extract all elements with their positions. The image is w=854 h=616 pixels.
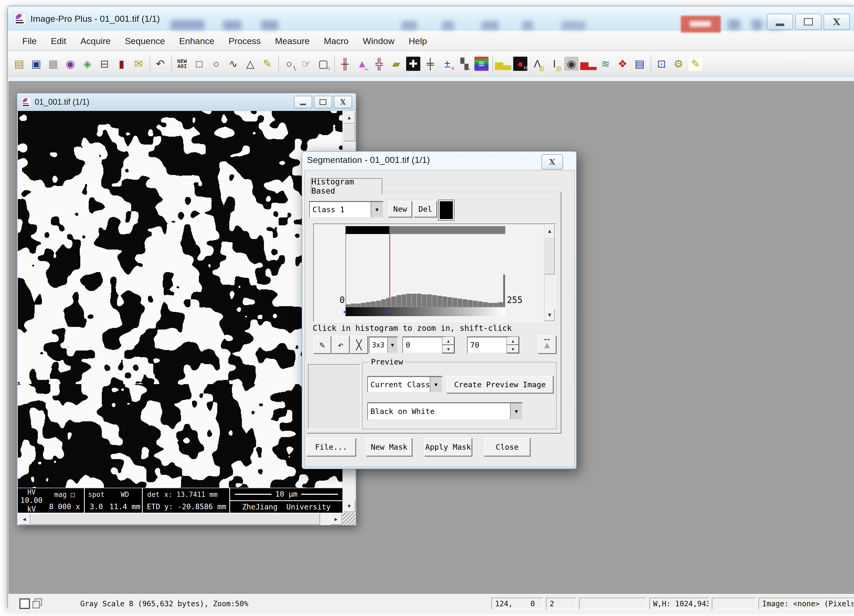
scroll-left-button[interactable]: ◄: [18, 514, 30, 525]
histogram-stretch-icon[interactable]: ▲↔: [355, 57, 369, 71]
horizontal-scrollbar[interactable]: ◄ ►: [18, 512, 343, 525]
menu-item-window[interactable]: Window: [356, 32, 402, 50]
undo-threshold-button[interactable]: ↶: [332, 336, 349, 354]
display-range-icon[interactable]: ✚: [406, 57, 420, 71]
minimize-button[interactable]: [767, 14, 793, 30]
trace-pencil-icon[interactable]: ✎: [260, 57, 274, 71]
dialog-close-action-button[interactable]: Close: [484, 438, 530, 456]
chevron-down-icon[interactable]: ▼: [371, 202, 383, 217]
histogram-icon[interactable]: ▅▃: [496, 57, 510, 71]
menu-item-acquire[interactable]: Acquire: [73, 32, 117, 50]
child-close-button[interactable]: X: [334, 96, 352, 108]
line-chart-icon[interactable]: ≋: [598, 57, 613, 71]
new-class-button[interactable]: New: [388, 201, 412, 217]
histogram-scroll-up-button[interactable]: ▲: [544, 224, 555, 237]
menu-item-help[interactable]: Help: [402, 32, 434, 50]
single-window-icon[interactable]: [20, 598, 30, 609]
vertical-scroll-thumb[interactable]: [343, 124, 355, 142]
zoom-icon[interactable]: ○∖: [282, 57, 296, 71]
scroll-right-button[interactable]: ►: [330, 514, 342, 525]
menu-item-measure[interactable]: Measure: [268, 32, 317, 50]
resize-grip[interactable]: [343, 513, 355, 525]
scroll-down-button[interactable]: ▼: [343, 500, 355, 512]
preview-class-select[interactable]: Current Class ▼: [367, 377, 442, 392]
length-measure-icon[interactable]: I▥: [547, 57, 561, 71]
gallery-icon[interactable]: ▦: [46, 57, 60, 71]
levels-sliders-icon[interactable]: ╬: [372, 57, 386, 71]
unselected-range-bar[interactable]: [389, 226, 505, 234]
save-icon[interactable]: ▣: [29, 57, 43, 71]
preview-mode-select[interactable]: Black on White ▼: [367, 403, 523, 420]
dropper-tool-button[interactable]: ✎: [313, 336, 331, 354]
new-mask-button[interactable]: New Mask: [366, 438, 412, 456]
macro-edit-icon[interactable]: ✎: [688, 57, 703, 71]
menu-item-sequence[interactable]: Sequence: [118, 32, 172, 50]
menu-item-edit[interactable]: Edit: [44, 32, 73, 50]
eraser-icon[interactable]: ◈: [80, 57, 95, 71]
undo-icon[interactable]: ↶: [153, 57, 168, 71]
histogram-bars[interactable]: [346, 236, 505, 306]
chevron-down-icon[interactable]: ▼: [430, 377, 442, 392]
tab-histogram-based[interactable]: Histogram Based: [311, 178, 382, 194]
pan-hand-icon[interactable]: ☞: [299, 57, 313, 71]
new-aoi-icon[interactable]: NEW AOI: [175, 57, 189, 71]
kernel-size-select[interactable]: 3x3 ▼: [369, 337, 398, 353]
menu-item-process[interactable]: Process: [221, 32, 268, 50]
range-low-spinner[interactable]: ▲▼: [442, 337, 454, 353]
auto-threshold-button[interactable]: ▲ ↞↠: [538, 335, 556, 354]
image-window-title-bar[interactable]: 01_001.tif (1/1) X: [17, 93, 356, 111]
pseudocolor-palette-icon[interactable]: ≡: [474, 57, 488, 71]
histogram-scroll-down-button[interactable]: ▼: [544, 308, 555, 321]
sem-image[interactable]: [18, 111, 343, 512]
filter-layers-icon[interactable]: ▰: [389, 57, 403, 71]
wand-aoi-icon[interactable]: △: [243, 57, 258, 71]
caliper-measure-icon[interactable]: Λ▥: [530, 57, 544, 71]
clear-threshold-button[interactable]: ╳: [350, 336, 368, 354]
create-preview-image-button[interactable]: Create Preview Image: [447, 376, 553, 393]
selected-range-bar[interactable]: [346, 226, 389, 234]
dialog-close-button[interactable]: X: [541, 154, 563, 169]
histogram-scrollbar[interactable]: ▲ ▼: [544, 224, 555, 321]
macro-flowchart-icon[interactable]: ⊡: [654, 57, 668, 71]
high-marker-icon[interactable]: ◆: [387, 308, 390, 315]
child-minimize-button[interactable]: [294, 96, 312, 108]
image-merge-icon[interactable]: ▚→: [457, 57, 471, 71]
cascade-windows-icon[interactable]: [32, 598, 41, 607]
chevron-down-icon[interactable]: ▼: [387, 337, 397, 352]
macro-record-icon[interactable]: ⚙: [671, 57, 686, 71]
range-low-input[interactable]: 0: [403, 337, 446, 353]
molecule-icon[interactable]: ❖: [616, 57, 630, 71]
class-select[interactable]: Class 1 ▼: [309, 201, 383, 218]
chevron-down-icon[interactable]: ▼: [510, 403, 522, 419]
rect-aoi-icon[interactable]: □: [192, 57, 206, 71]
count-size-icon[interactable]: ●¹²: [513, 57, 528, 71]
close-button[interactable]: X: [824, 14, 850, 30]
image-math-icon[interactable]: ±×: [440, 57, 454, 71]
ellipse-aoi-icon[interactable]: ○: [209, 57, 223, 71]
menu-item-file[interactable]: File: [15, 32, 44, 50]
histogram-panel[interactable]: ► ◆ 0 255 ▲ ▼: [313, 224, 556, 322]
data-table-icon[interactable]: ▤: [633, 57, 647, 71]
mail-icon[interactable]: ✉: [131, 57, 146, 71]
horizontal-scroll-thumb[interactable]: [30, 514, 320, 525]
histogram-scroll-thumb[interactable]: [544, 236, 555, 274]
low-marker-icon[interactable]: ►: [344, 308, 347, 315]
sem-image-canvas[interactable]: [18, 111, 343, 512]
freeform-aoi-icon[interactable]: ∿: [226, 57, 240, 71]
class-color-swatch[interactable]: [438, 200, 454, 221]
apply-mask-button[interactable]: Apply Mask: [424, 438, 472, 456]
zoom-fit-icon[interactable]: ▢○: [316, 57, 330, 71]
range-high-spinner[interactable]: ▲▼: [507, 337, 519, 353]
workbook-icon[interactable]: ▮: [114, 57, 128, 71]
open-icon[interactable]: ▤: [12, 57, 26, 71]
child-restore-button[interactable]: [314, 96, 332, 108]
scroll-up-button[interactable]: ▲: [343, 111, 355, 124]
delete-class-button[interactable]: Del: [414, 201, 437, 217]
capture-icon[interactable]: ◉: [63, 57, 78, 71]
segmentation-dialog[interactable]: Segmentation - 01_001.tif (1/1) X Histog…: [302, 151, 577, 469]
menu-item-enhance[interactable]: Enhance: [172, 32, 221, 50]
print-icon[interactable]: ⊟: [98, 57, 111, 71]
line-profile-icon[interactable]: ▅▂: [581, 57, 596, 71]
menu-item-macro[interactable]: Macro: [317, 32, 355, 50]
snapshot-camera-icon[interactable]: ◉: [564, 57, 578, 71]
